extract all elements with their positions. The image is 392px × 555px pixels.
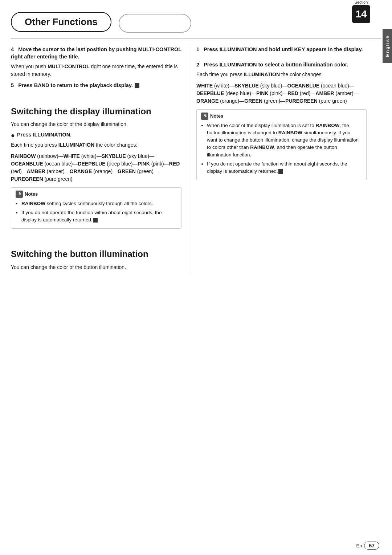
step4-body: When you push MULTI-CONTROL right one mo… [11, 63, 181, 78]
color-sequence-right: WHITE (white)—SKYBLUE (sky blue)—OCEANBL… [196, 82, 367, 105]
bullet-dot: ● [11, 132, 15, 140]
stop-icon-note [93, 218, 98, 223]
right-column: 1 Press ILLUMINATION and hold until KEY … [189, 46, 367, 275]
page-container: Other Functions Section 14 English 4 Mov… [0, 0, 392, 555]
page-footer: En 67 [0, 542, 392, 550]
notes-list-left: RAINBOW setting cycles continuously thro… [16, 200, 177, 224]
section1-intro: You can change the color of the display … [11, 121, 181, 128]
stop-icon-note-right [278, 169, 283, 174]
spacer2 [11, 233, 181, 241]
notes-box-left: ✎ Notes RAINBOW setting cycles continuou… [11, 187, 181, 229]
note-item-1: RAINBOW setting cycles continuously thro… [21, 200, 177, 207]
step2-body: Each time you press ILLUMINATION the col… [196, 71, 367, 78]
notes-title-left: ✎ Notes [16, 191, 177, 198]
note-item-2: If you do not operate the function withi… [21, 209, 177, 224]
spacer-r1 [196, 55, 367, 61]
color-sequence-left: RAINBOW (rainbow)—WHITE (white)—SKYBLUE … [11, 152, 181, 183]
step2-heading: 2 Press ILLUMINATION to select a button … [196, 61, 367, 68]
stop-icon-step5 [135, 83, 139, 88]
spacer1 [11, 91, 181, 98]
section-label: Section [355, 0, 368, 4]
other-functions-title: Other Functions [11, 12, 111, 32]
section2-title: Switching the button illumination [11, 248, 181, 260]
section2-intro: You can change the color of the button i… [11, 264, 181, 271]
header-empty-box [119, 14, 191, 33]
section1-title: Switching the display illumination [11, 106, 181, 117]
page-number: En 67 [356, 542, 379, 550]
press-illumination-body: Each time you press ILLUMINATION the col… [11, 141, 181, 149]
notes-list-right: When the color of the display illuminati… [201, 122, 362, 175]
section-box: Section 14 [352, 0, 370, 23]
english-label: English [385, 35, 390, 57]
notes-icon-right: ✎ [201, 113, 208, 120]
step5-heading: 5 Press BAND to return to the playback d… [11, 82, 181, 89]
press-illumination-label: Press ILLUMINATION. [17, 132, 72, 138]
main-content: 4 Move the cursor to the last position b… [0, 42, 392, 275]
note-right-2: If you do not operate the function withi… [207, 160, 362, 175]
page-num-box: 67 [364, 542, 379, 550]
step1-heading: 1 Press ILLUMINATION and hold until KEY … [196, 46, 367, 53]
section-number: 14 [352, 5, 370, 23]
top-header: Other Functions Section 14 [0, 0, 392, 34]
en-label: En [356, 543, 362, 548]
note-right-1: When the color of the display illuminati… [207, 122, 362, 159]
notes-title-right: ✎ Notes [201, 113, 362, 120]
step4-heading: 4 Move the cursor to the last position b… [11, 46, 181, 61]
left-column: 4 Move the cursor to the last position b… [11, 46, 189, 275]
english-sidebar: English [383, 29, 392, 63]
notes-box-right: ✎ Notes When the color of the display il… [196, 109, 367, 180]
notes-icon-left: ✎ [16, 191, 23, 198]
press-illumination-heading: ● Press ILLUMINATION. [11, 132, 181, 140]
header-divider [11, 38, 381, 38]
